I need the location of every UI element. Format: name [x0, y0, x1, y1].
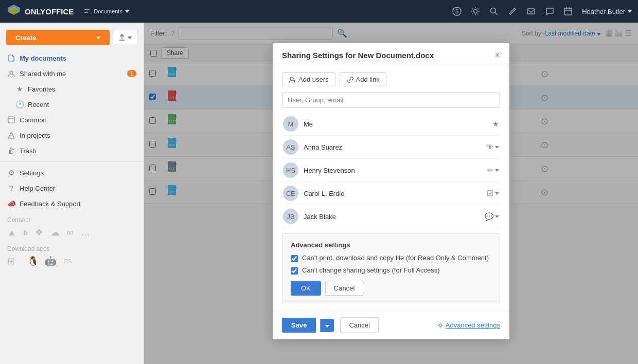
dialog-footer: Save Cancel Advanced settings — [273, 311, 509, 339]
sidebar-item-shared-with-me[interactable]: Shared with me 1 — [0, 66, 144, 81]
google-drive-icon[interactable]: ▲ — [7, 227, 16, 238]
add-users-button[interactable]: Add users — [282, 72, 335, 86]
avatar-carol: CE — [283, 186, 298, 201]
dialog-actions-row: Add users Add link — [282, 72, 500, 86]
topnav: ONLYOFFICE Documents $ Heather Butler — [0, 0, 638, 23]
save-button[interactable]: Save — [282, 318, 316, 333]
user-perm-anna[interactable]: 👁 — [486, 143, 499, 151]
svg-point-46 — [439, 324, 441, 326]
add-user-icon — [289, 76, 296, 83]
gear-settings-icon — [437, 322, 444, 329]
windows-icon[interactable]: ⊞ — [7, 256, 15, 267]
user-name-henry: Henry Stevenson — [304, 167, 482, 174]
dollar-icon[interactable]: $ — [452, 7, 462, 16]
dialog-close-button[interactable]: × — [494, 50, 500, 60]
sidebar-item-label-common: Common — [20, 116, 47, 124]
chat-icon[interactable] — [545, 7, 554, 16]
save-dropdown-arrow — [325, 325, 329, 327]
trash-icon: 🗑 — [7, 147, 15, 155]
upload-arrow — [128, 37, 132, 39]
user-perm-jack[interactable]: 💬 — [485, 212, 499, 221]
search-icon[interactable] — [489, 7, 499, 16]
svg-line-8 — [495, 13, 498, 15]
create-arrow — [96, 37, 100, 39]
svg-point-44 — [290, 77, 293, 80]
user-name-anna: Anna Suarez — [304, 143, 481, 151]
advanced-cancel-button[interactable]: Cancel — [325, 281, 363, 296]
dropbox-icon[interactable]: ❖ — [35, 227, 43, 238]
sidebar-item-feedback[interactable]: 📣 Feedback & Support — [0, 196, 144, 211]
sidebar-item-label-settings: Settings — [20, 169, 44, 177]
edit-icon[interactable] — [508, 7, 517, 16]
custom-perm-icon — [486, 190, 493, 197]
sidebar-item-label-shared-with-me: Shared with me — [20, 70, 66, 78]
sidebar-item-common[interactable]: Common — [0, 112, 144, 128]
add-link-button[interactable]: Add link — [340, 72, 386, 86]
dialog-header: Sharing Settings for New Document.docx × — [273, 43, 509, 65]
user-menu[interactable]: Heather Butler — [582, 8, 632, 15]
advanced-settings-panel: Advanced settings Can't print, download … — [282, 233, 500, 303]
common-icon — [7, 116, 15, 124]
svg-point-6 — [474, 10, 477, 13]
sidebar-item-favorites[interactable]: ★ Favorites — [0, 81, 144, 97]
user-menu-arrow — [628, 10, 632, 13]
svg-text:$: $ — [455, 9, 458, 14]
advanced-check-row-2: Can't change sharing settings (for Full … — [291, 266, 491, 275]
dialog-body: Add users Add link M Me ★ — [273, 65, 509, 311]
mail-icon[interactable] — [526, 7, 536, 16]
svg-marker-13 — [8, 132, 14, 138]
sidebar-item-help[interactable]: ? Help Center — [0, 180, 144, 196]
ios-label[interactable]: iOS — [62, 258, 72, 264]
topnav-icon-group: $ — [452, 7, 573, 16]
create-button[interactable]: Create — [6, 30, 110, 45]
sidebar-item-trash[interactable]: 🗑 Trash — [0, 143, 144, 158]
user-search-input[interactable] — [282, 93, 500, 107]
svg-rect-10 — [564, 8, 572, 15]
avatar-anna: AS — [283, 139, 298, 155]
sidebar-item-in-projects[interactable]: In projects — [0, 128, 144, 143]
advanced-ok-button[interactable]: OK — [291, 281, 321, 296]
adv-checkbox-1[interactable] — [291, 255, 298, 262]
avatar-henry: HS — [283, 162, 298, 178]
cancel-button[interactable]: Cancel — [340, 317, 378, 333]
owncloud-icon[interactable]: ☁ — [50, 227, 60, 238]
sidebar-item-label-my-documents: My documents — [20, 54, 66, 62]
box-icon[interactable]: b — [24, 229, 28, 236]
documents-menu[interactable]: Documents — [83, 7, 129, 15]
add-link-icon — [346, 76, 353, 83]
download-icons: ⊞ 🐧 🤖 iOS — [7, 256, 136, 267]
connect-icons: ▲ b ❖ ☁ ∞ … — [7, 227, 136, 238]
advanced-settings-button[interactable]: Advanced settings — [437, 321, 500, 329]
linux-icon[interactable]: 🐧 — [27, 256, 39, 267]
sidebar-item-my-documents[interactable]: My documents — [0, 50, 144, 66]
in-projects-icon — [7, 131, 15, 139]
list-item: CE Carol L. Erdle — [282, 182, 500, 205]
logo: ONLYOFFICE — [6, 4, 74, 19]
sidebar-item-settings[interactable]: ⚙ Settings — [0, 165, 144, 180]
user-perm-me[interactable]: ★ — [492, 120, 499, 128]
nextcloud-icon[interactable]: ∞ — [67, 227, 74, 238]
android-icon[interactable]: 🤖 — [45, 256, 56, 267]
svg-rect-12 — [8, 117, 14, 123]
avatar-jack: JB — [283, 209, 298, 224]
sidebar-item-label-recent: Recent — [28, 101, 49, 108]
advanced-buttons: OK Cancel — [291, 281, 491, 296]
gear-icon[interactable] — [471, 7, 480, 16]
sidebar-btn-row: Create — [0, 27, 144, 50]
save-arrow-button[interactable] — [320, 319, 334, 332]
download-apps-section: Download apps ⊞ 🐧 🤖 iOS — [0, 240, 144, 269]
calendar-icon[interactable] — [563, 7, 573, 16]
user-perm-henry[interactable]: ✏ — [487, 166, 499, 174]
recent-icon: 🕐 — [15, 100, 24, 108]
help-icon: ? — [7, 184, 15, 192]
shared-with-me-icon — [7, 69, 15, 78]
advanced-check-row-1: Can't print, download and copy file (for… — [291, 254, 491, 262]
adv-checkbox-2[interactable] — [291, 267, 298, 275]
layout: Create My documents Shared with me 1 ★ F… — [0, 23, 638, 364]
settings-icon: ⚙ — [7, 169, 15, 177]
more-connect-icon[interactable]: … — [81, 227, 90, 238]
user-perm-carol[interactable] — [486, 190, 499, 197]
svg-point-7 — [491, 8, 496, 13]
sidebar-item-recent[interactable]: 🕐 Recent — [0, 97, 144, 112]
upload-button[interactable] — [113, 30, 137, 45]
